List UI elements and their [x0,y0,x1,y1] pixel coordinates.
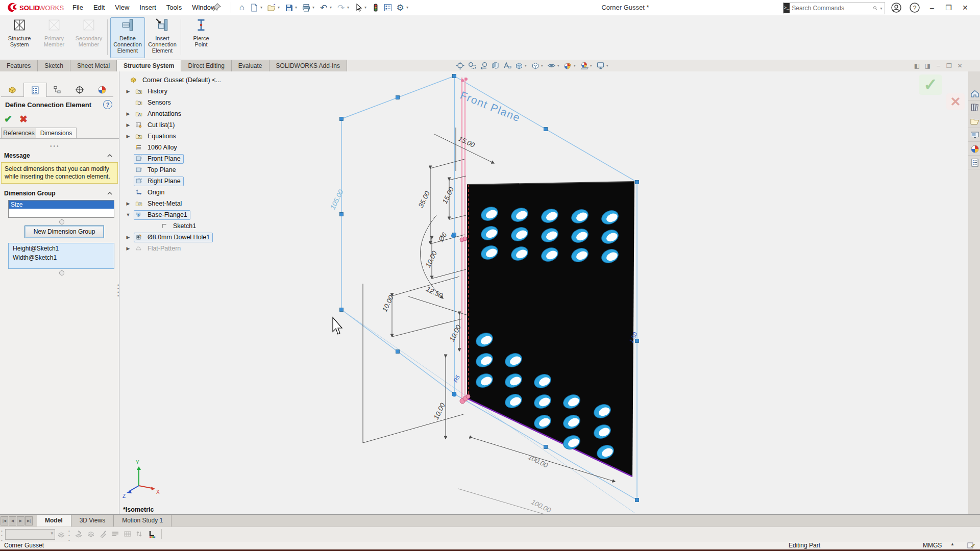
tree-item-corner-gusset-default[interactable]: Corner Gusset (Default) <... [122,74,255,86]
tab-dimensions[interactable]: Dimensions [36,128,77,139]
ok-checkmark-icon[interactable]: ✔ [4,113,12,125]
plane-handle[interactable] [635,339,639,343]
properties-list-icon[interactable] [382,2,394,14]
collapse-right-icon[interactable]: ◨ [922,60,933,71]
view-orientation-icon[interactable] [513,61,525,71]
tab-references[interactable]: References [1,128,37,139]
confirm-cancel-icon[interactable]: ✕ [946,93,965,110]
plane-handle[interactable] [544,445,548,449]
dimension-group-header[interactable]: Dimension Group [4,190,56,197]
print-icon[interactable] [300,2,312,14]
minimize-button[interactable]: – [925,0,939,15]
expand-arrow-icon[interactable]: ▶ [122,235,134,240]
tree-item-sheet-metal[interactable]: ▶Sheet-Metal [122,198,255,209]
tree-item-top-plane[interactable]: Top Plane [122,164,255,176]
pm-dimxpert-tab[interactable] [68,83,91,97]
expand-arrow-icon[interactable]: ▶ [122,89,134,94]
expand-arrow-icon[interactable]: ▶ [122,134,134,139]
dimension-item[interactable]: Width@Sketch1 [9,253,114,262]
home-icon[interactable]: ⌂ [236,2,248,14]
menu-tools[interactable]: Tools [161,0,187,15]
taskpane-home-icon[interactable] [968,87,980,101]
tree-item-right-plane[interactable]: Right Plane [122,176,255,187]
search-input[interactable] [790,5,873,12]
plane-handle[interactable] [340,308,344,312]
pierce-point-button[interactable]: PiercePoint [184,17,218,58]
tree-item-1060-alloy[interactable]: 1060 Alloy [122,142,255,153]
tab-model[interactable]: Model [37,515,71,527]
dimension-label[interactable]: 100.00 [527,453,549,469]
dimension-label[interactable]: 100.00 [530,498,552,514]
dimension-label[interactable]: 10.00 [381,294,396,313]
plane-handle[interactable] [635,498,639,502]
message-group-header[interactable]: Message [4,152,30,159]
confirm-ok-icon[interactable]: ✓ [919,74,942,95]
open-folder-icon[interactable] [265,2,278,14]
dimension-label[interactable]: 10.00 [432,402,447,420]
undo-icon[interactable]: ↶ [317,2,330,14]
dimension-label[interactable]: 10.00 [448,323,463,342]
zoom-fit-icon[interactable] [454,61,466,71]
front-plane-label[interactable]: Front Plane [459,89,523,123]
list-resize-handle[interactable] [59,270,64,276]
tab-nav-next-icon[interactable]: ▶ [17,516,24,525]
plane-handle[interactable] [635,181,639,184]
tree-item-annotations[interactable]: ▶AAnnotations [122,108,255,119]
tab-motion-study-1[interactable]: Motion Study 1 [114,515,172,527]
list-resize-handle[interactable] [59,219,64,224]
tab-structure-system[interactable]: Structure System [117,60,181,71]
view-settings-icon[interactable] [595,61,606,71]
tree-item-base-flange1[interactable]: ▼Base-Flange1 [122,209,255,220]
tree-item-sketch1[interactable]: Sketch1 [122,220,255,232]
expand-arrow-icon[interactable]: ▶ [122,201,134,206]
doc-restore-icon[interactable]: ❐ [944,60,954,71]
tree-item-origin[interactable]: Origin [122,187,255,198]
group-item-size[interactable]: Size [9,201,114,209]
select-cursor-icon[interactable] [352,2,364,14]
insert-connection-element-button[interactable]: InsertConnectionElement [145,17,180,58]
menu-file[interactable]: File [67,0,88,15]
pm-property-tab[interactable] [23,83,47,97]
close-button[interactable]: ✕ [958,0,972,15]
search-icon[interactable] [873,4,878,12]
restore-button[interactable]: ❐ [941,0,955,15]
define-connection-element-button[interactable]: DefineConnectionElement [110,17,145,58]
hide-show-items-icon[interactable] [546,61,557,71]
expand-arrow-icon[interactable]: ▶ [122,122,134,128]
taskpane-design-library-icon[interactable] [968,101,980,114]
doc-close-icon[interactable]: ✕ [954,60,965,71]
plane-handle[interactable] [396,350,400,354]
select-cursor-dropdown-arrow[interactable]: ▾ [364,0,370,15]
pm-display-tab[interactable] [91,83,113,97]
structure-system-button[interactable]: StructureSystem [2,17,37,58]
tab-sketch[interactable]: Sketch [38,60,70,71]
tree-item-history[interactable]: ▶History [122,86,255,97]
dimension-label[interactable]: 10.00 [424,249,439,268]
dimension-item[interactable]: Height@Sketch1 [9,243,114,253]
tree-item-8-0mm-dowel-hole1[interactable]: ▶Ø8.0mm Dowel Hole1 [122,232,255,243]
undo-dropdown-arrow[interactable]: ▾ [330,0,335,15]
redo-icon[interactable]: ↷ [335,2,347,14]
taskpane-view-palette-icon[interactable] [968,128,980,142]
tab-solidworks-add-ins[interactable]: SOLIDWORKS Add-Ins [270,60,347,71]
doc-minimize-icon[interactable]: – [933,60,944,71]
expand-arrow-icon[interactable]: ▶ [122,246,134,251]
tree-item-flat-pattern[interactable]: ▶Flat-Pattern [122,243,255,254]
search-commands-box[interactable]: >_ ▼ [783,2,885,14]
tab-sheet-metal[interactable]: Sheet Metal [70,60,117,71]
tree-item-sensors[interactable]: Sensors [122,97,255,108]
plane-handle[interactable] [340,213,344,216]
edit-appearance-icon[interactable] [562,61,574,71]
plane-handle[interactable] [453,74,456,78]
dimension-label[interactable]: 15.00 [457,135,476,149]
save-icon[interactable] [283,2,295,14]
collapse-left-icon[interactable]: ◧ [912,60,922,71]
open-folder-dropdown-arrow[interactable]: ▾ [278,0,283,15]
dimension-label[interactable]: R5 [452,374,461,384]
plane-handle[interactable] [340,117,344,121]
group-dimension-list[interactable]: Height@Sketch1 Width@Sketch1 [8,243,114,269]
dimension-label[interactable]: 105.00 [329,188,345,211]
tree-item-cut-list-1[interactable]: ▶Cut list(1) [122,119,255,131]
options-gear-dropdown-arrow[interactable]: ▾ [406,0,411,15]
panel-help-icon[interactable]: ? [103,100,112,109]
